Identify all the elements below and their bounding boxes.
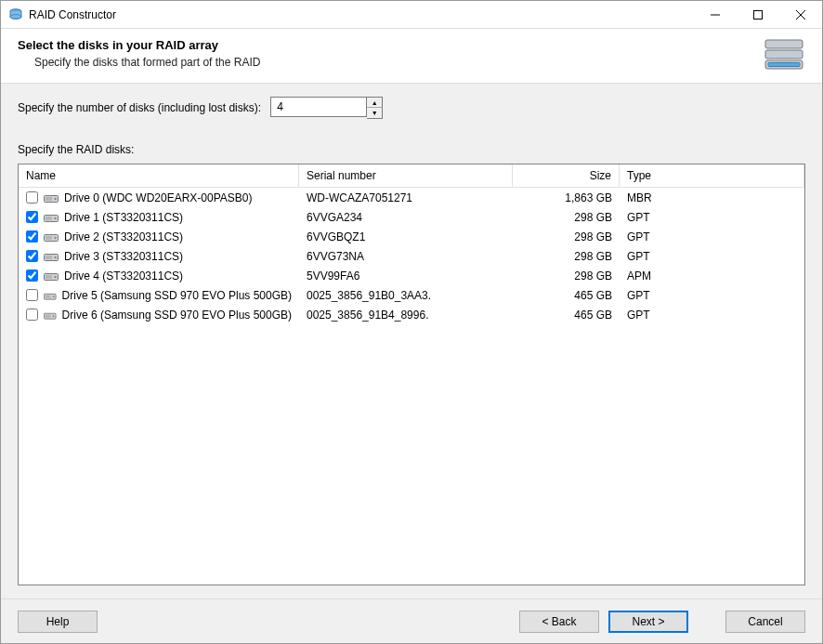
disk-type: GPT bbox=[620, 309, 804, 322]
disk-name: Drive 6 (Samsung SSD 970 EVO Plus 500GB) bbox=[62, 309, 292, 322]
app-window: RAID Constructor Select the disks in you… bbox=[0, 0, 823, 644]
disk-serial: 6VVG73NA bbox=[299, 250, 513, 263]
table-header: Name Serial number Size Type bbox=[19, 164, 804, 188]
disk-icon bbox=[44, 291, 57, 300]
next-button[interactable]: Next > bbox=[608, 611, 688, 633]
table-row[interactable]: Drive 5 (Samsung SSD 970 EVO Plus 500GB)… bbox=[19, 285, 804, 305]
svg-point-18 bbox=[54, 236, 56, 238]
wizard-header: Select the disks in your RAID array Spec… bbox=[1, 29, 822, 83]
back-button[interactable]: < Back bbox=[519, 611, 599, 633]
window-title: RAID Constructor bbox=[29, 8, 694, 21]
disk-icon bbox=[44, 271, 59, 281]
disk-serial: 0025_3856_91B4_8996. bbox=[299, 309, 513, 322]
spinner-up[interactable]: ▲ bbox=[367, 98, 382, 108]
disk-icon bbox=[44, 310, 57, 320]
disk-type: APM bbox=[620, 269, 804, 283]
app-icon bbox=[8, 7, 23, 22]
disk-serial: WD-WCAZA7051271 bbox=[299, 191, 513, 204]
disk-checkbox[interactable] bbox=[26, 309, 38, 321]
close-button[interactable] bbox=[779, 1, 822, 28]
disk-type: MBR bbox=[620, 191, 804, 204]
disk-checkbox[interactable] bbox=[26, 250, 38, 262]
wizard-footer: Help < Back Next > Cancel bbox=[1, 598, 822, 643]
maximize-button[interactable] bbox=[737, 1, 779, 28]
disk-name: Drive 5 (Samsung SSD 970 EVO Plus 500GB) bbox=[62, 289, 292, 302]
table-row[interactable]: Drive 6 (Samsung SSD 970 EVO Plus 500GB)… bbox=[19, 305, 804, 324]
svg-rect-6 bbox=[765, 40, 803, 48]
col-serial[interactable]: Serial number bbox=[299, 164, 513, 187]
disk-icon bbox=[44, 213, 59, 222]
svg-rect-11 bbox=[46, 197, 52, 201]
svg-point-30 bbox=[53, 315, 55, 317]
svg-point-21 bbox=[54, 256, 56, 257]
disk-size: 298 GB bbox=[513, 269, 620, 283]
titlebar: RAID Constructor bbox=[1, 1, 822, 29]
disk-size: 298 GB bbox=[513, 211, 620, 224]
disk-serial: 5VV99FA6 bbox=[299, 269, 513, 283]
disk-size: 465 GB bbox=[513, 289, 620, 302]
svg-rect-3 bbox=[754, 10, 763, 19]
svg-rect-29 bbox=[46, 315, 51, 318]
disk-checkbox[interactable] bbox=[26, 191, 38, 204]
disk-type: GPT bbox=[620, 289, 804, 302]
table-body: Drive 0 (WDC WD20EARX-00PASB0)WD-WCAZA70… bbox=[19, 188, 804, 585]
disk-serial: 0025_3856_91B0_3AA3. bbox=[299, 289, 513, 302]
svg-rect-7 bbox=[765, 50, 803, 59]
cancel-button[interactable]: Cancel bbox=[725, 611, 805, 633]
table-row[interactable]: Drive 4 (ST3320311CS)5VV99FA6298 GBAPM bbox=[19, 266, 804, 285]
disk-icon bbox=[44, 232, 59, 242]
disk-name: Drive 4 (ST3320311CS) bbox=[64, 269, 183, 283]
disk-serial: 6VVGA234 bbox=[299, 211, 513, 224]
table-row[interactable]: Drive 0 (WDC WD20EARX-00PASB0)WD-WCAZA70… bbox=[19, 188, 804, 207]
page-title: Select the disks in your RAID array bbox=[18, 38, 763, 52]
disk-checkbox[interactable] bbox=[26, 289, 38, 301]
disk-checkbox[interactable] bbox=[26, 211, 38, 223]
wizard-body: Specify the number of disks (including l… bbox=[1, 83, 822, 598]
disk-name: Drive 3 (ST3320311CS) bbox=[64, 250, 183, 263]
svg-rect-14 bbox=[46, 217, 52, 220]
disk-size: 298 GB bbox=[513, 250, 620, 263]
table-row[interactable]: Drive 2 (ST3320311CS)6VVGBQZ1298 GBGPT bbox=[19, 227, 804, 246]
svg-rect-23 bbox=[46, 275, 52, 279]
disk-icon bbox=[44, 252, 59, 261]
spinner-down[interactable]: ▼ bbox=[367, 108, 382, 118]
svg-point-24 bbox=[54, 275, 56, 277]
col-name[interactable]: Name bbox=[19, 164, 299, 187]
disk-checkbox[interactable] bbox=[26, 269, 38, 282]
num-disks-label: Specify the number of disks (including l… bbox=[18, 101, 261, 114]
disk-name: Drive 0 (WDC WD20EARX-00PASB0) bbox=[64, 191, 253, 204]
disk-type: GPT bbox=[620, 211, 804, 224]
specify-disks-label: Specify the RAID disks: bbox=[18, 143, 805, 156]
svg-rect-17 bbox=[46, 236, 52, 240]
disk-icon bbox=[44, 193, 59, 203]
table-row[interactable]: Drive 1 (ST3320311CS)6VVGA234298 GBGPT bbox=[19, 207, 804, 227]
page-subtitle: Specify the disks that formed part of th… bbox=[18, 56, 763, 69]
disk-name: Drive 2 (ST3320311CS) bbox=[64, 230, 183, 243]
svg-rect-26 bbox=[46, 296, 51, 298]
disks-table: Name Serial number Size Type Drive 0 (WD… bbox=[18, 164, 805, 585]
num-disks-input[interactable] bbox=[270, 97, 367, 117]
help-button[interactable]: Help bbox=[18, 611, 98, 633]
svg-point-12 bbox=[54, 197, 56, 199]
raid-stack-icon bbox=[763, 38, 805, 72]
svg-rect-9 bbox=[768, 63, 800, 67]
disk-type: GPT bbox=[620, 250, 804, 263]
table-row[interactable]: Drive 3 (ST3320311CS)6VVG73NA298 GBGPT bbox=[19, 246, 804, 266]
disk-size: 298 GB bbox=[513, 230, 620, 243]
disk-name: Drive 1 (ST3320311CS) bbox=[64, 211, 183, 224]
col-size[interactable]: Size bbox=[513, 164, 620, 187]
col-type[interactable]: Type bbox=[620, 164, 804, 187]
svg-point-15 bbox=[54, 217, 56, 218]
num-disks-spinner[interactable]: ▲ ▼ bbox=[270, 97, 383, 119]
minimize-button[interactable] bbox=[694, 1, 737, 28]
svg-point-27 bbox=[53, 296, 55, 297]
disk-size: 465 GB bbox=[513, 309, 620, 322]
disk-checkbox[interactable] bbox=[26, 230, 38, 243]
svg-rect-20 bbox=[46, 256, 52, 259]
disk-type: GPT bbox=[620, 230, 804, 243]
disk-serial: 6VVGBQZ1 bbox=[299, 230, 513, 243]
disk-size: 1,863 GB bbox=[513, 191, 620, 204]
